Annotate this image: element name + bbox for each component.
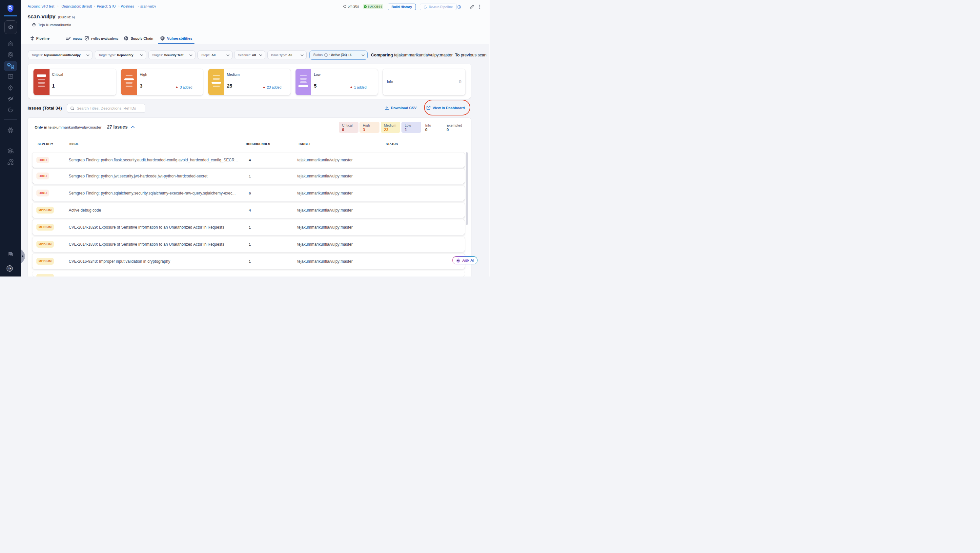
svg-text:?: ? — [9, 253, 11, 255]
